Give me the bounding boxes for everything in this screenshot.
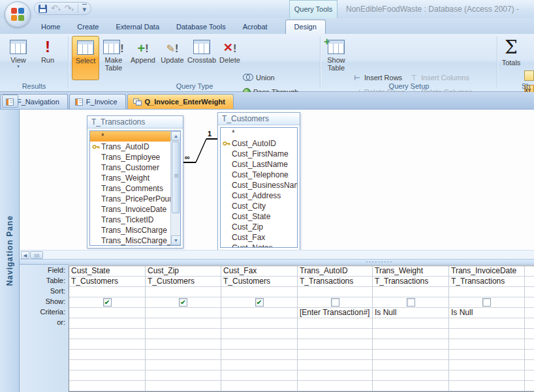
tab-database-tools[interactable]: Database Tools: [168, 20, 234, 34]
sort-cell[interactable]: [298, 287, 372, 297]
empty-cell[interactable]: [146, 339, 221, 350]
undo-icon[interactable]: ↶▾: [51, 4, 60, 14]
show-checkbox-checked[interactable]: ✔: [255, 298, 264, 307]
empty-cell[interactable]: [373, 370, 448, 381]
table-cell[interactable]: T_Customers: [69, 277, 145, 287]
show-cell[interactable]: [298, 297, 372, 308]
field-row[interactable]: Cust_Fax: [221, 232, 297, 243]
empty-cell[interactable]: [221, 350, 297, 360]
field-cell[interactable]: Cust_Zip: [146, 266, 221, 277]
show-checkbox-unchecked[interactable]: [407, 298, 415, 307]
scroll-down-icon[interactable]: ▼: [171, 235, 181, 245]
table-cell[interactable]: T_Transactions: [449, 277, 524, 287]
empty-cell[interactable]: [69, 339, 145, 350]
table-scrollbar[interactable]: ▲ ▼: [170, 131, 180, 245]
tab-acrobat[interactable]: Acrobat: [234, 20, 276, 34]
show-cell[interactable]: ✔: [221, 297, 297, 308]
empty-cell[interactable]: [69, 360, 145, 370]
or-cell[interactable]: [298, 318, 372, 329]
show-table-button[interactable]: + Show Table: [322, 36, 350, 80]
field-row[interactable]: Cust_BusinessName: [221, 180, 297, 190]
field-cell[interactable]: Trans_AutoID: [298, 266, 372, 277]
field-row[interactable]: Cust_City: [221, 201, 297, 211]
field-cell[interactable]: Cust_Fax: [221, 266, 297, 277]
empty-cell[interactable]: [449, 370, 524, 381]
field-cell[interactable]: Cust_State: [69, 266, 145, 277]
empty-cell[interactable]: [525, 339, 534, 350]
field-row[interactable]: Trans_TicketID: [90, 215, 170, 225]
crosstab-button[interactable]: Crosstab: [186, 36, 217, 80]
criteria-cell[interactable]: [146, 308, 221, 318]
empty-cell[interactable]: [146, 350, 221, 360]
empty-cell[interactable]: [221, 360, 297, 370]
office-button[interactable]: [5, 1, 31, 27]
show-cell[interactable]: [373, 297, 448, 308]
sort-cell[interactable]: [221, 287, 297, 297]
field-row[interactable]: Trans_PricePerPoun: [90, 194, 170, 204]
empty-cell[interactable]: [221, 381, 297, 391]
pane-splitter[interactable]: ·········: [20, 259, 534, 265]
empty-cell[interactable]: [373, 350, 448, 360]
criteria-cell[interactable]: [525, 308, 534, 318]
criteria-cell[interactable]: [69, 308, 145, 318]
field-row[interactable]: Trans_Comments: [90, 183, 170, 194]
criteria-cell[interactable]: [Enter Transaction#]: [298, 308, 372, 318]
empty-cell[interactable]: [449, 329, 524, 339]
field-row[interactable]: Trans_Employee: [90, 152, 170, 162]
sort-cell[interactable]: [146, 287, 221, 297]
table-title[interactable]: T_Customers: [218, 113, 300, 125]
criteria-cell[interactable]: Is Null: [373, 308, 448, 318]
field-row[interactable]: Cust_Telephone: [221, 170, 297, 180]
empty-cell[interactable]: [69, 329, 145, 339]
field-cell[interactable]: [525, 266, 534, 277]
empty-cell[interactable]: [69, 350, 145, 360]
table-cell[interactable]: T_Customers: [146, 277, 221, 287]
field-row[interactable]: Trans_AutoID: [90, 142, 170, 152]
or-cell[interactable]: [373, 318, 448, 329]
empty-cell[interactable]: [221, 370, 297, 381]
field-row-star[interactable]: *: [221, 128, 297, 138]
sort-cell[interactable]: [449, 287, 524, 297]
empty-cell[interactable]: [298, 350, 372, 360]
show-checkbox-checked[interactable]: ✔: [103, 298, 112, 307]
sort-cell[interactable]: [525, 287, 534, 297]
empty-cell[interactable]: [298, 339, 372, 350]
table-cell[interactable]: T_Transactions: [298, 277, 372, 287]
or-cell[interactable]: [221, 318, 297, 329]
append-button[interactable]: +! Append: [129, 36, 157, 80]
sort-cell[interactable]: [373, 287, 448, 297]
empty-cell[interactable]: [525, 381, 534, 391]
empty-cell[interactable]: [69, 370, 145, 381]
table-box-t-customers[interactable]: T_Customers *Cust_AutoIDCust_FirstNameCu…: [217, 112, 300, 250]
table-box-t-transactions[interactable]: T_Transactions *Trans_AutoIDTrans_Employ…: [87, 115, 183, 249]
field-row[interactable]: Trans_InvoiceDate: [90, 204, 170, 215]
field-row[interactable]: Cust_Zip: [221, 222, 297, 232]
or-cell[interactable]: [69, 318, 145, 329]
customize-qat-icon[interactable]: ▾: [82, 4, 87, 14]
empty-cell[interactable]: [373, 381, 448, 391]
table-cell[interactable]: T_Transactions: [373, 277, 448, 287]
empty-cell[interactable]: [449, 350, 524, 360]
empty-cell[interactable]: [146, 360, 221, 370]
empty-cell[interactable]: [525, 370, 534, 381]
field-cell[interactable]: Trans_Weight: [373, 266, 448, 277]
field-row[interactable]: Cust_Notes: [221, 243, 297, 248]
show-cell[interactable]: ✔: [69, 297, 145, 308]
empty-cell[interactable]: [525, 360, 534, 370]
field-row[interactable]: Cust_State: [221, 211, 297, 222]
empty-cell[interactable]: [69, 381, 145, 391]
table-title[interactable]: T_Transactions: [87, 116, 183, 128]
criteria-cell[interactable]: Is Null: [449, 308, 524, 318]
empty-cell[interactable]: [525, 350, 534, 360]
show-checkbox-unchecked[interactable]: [331, 298, 339, 307]
empty-cell[interactable]: [525, 329, 534, 339]
scrollbar-thumb[interactable]: [172, 142, 180, 213]
show-cell[interactable]: ✔: [146, 297, 221, 308]
empty-cell[interactable]: [146, 381, 221, 391]
empty-cell[interactable]: [373, 360, 448, 370]
scroll-left-icon[interactable]: ◀: [21, 251, 29, 259]
table-cell[interactable]: [525, 277, 534, 287]
show-checkbox-checked[interactable]: ✔: [179, 298, 187, 307]
empty-cell[interactable]: [449, 339, 524, 350]
scrollbar-thumb[interactable]: [30, 251, 43, 259]
